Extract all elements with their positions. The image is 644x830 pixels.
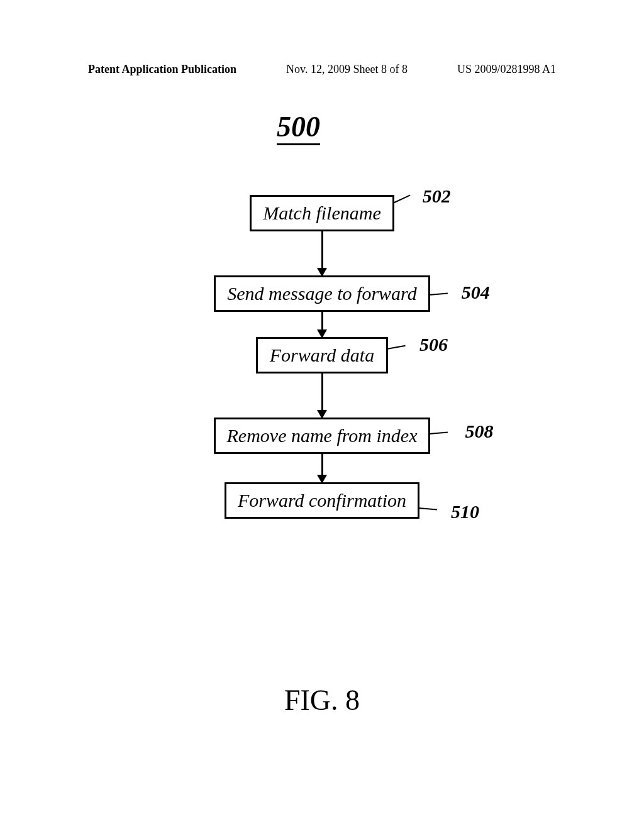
lead-line (418, 507, 437, 511)
flow-ref: 510 (451, 501, 479, 523)
flow-box: Send message to forward (214, 275, 430, 312)
flow-node-504: Send message to forward 504 (214, 275, 430, 312)
header-publication: Patent Application Publication (88, 63, 236, 76)
flow-arrow (321, 454, 323, 482)
flow-box: Forward confirmation (225, 482, 419, 519)
lead-line (429, 431, 448, 434)
flow-arrow (321, 231, 323, 275)
page-header: Patent Application Publication Nov. 12, … (0, 63, 644, 76)
flow-arrow (321, 374, 323, 418)
flow-ref: 504 (462, 282, 490, 303)
flow-ref: 502 (423, 185, 451, 207)
lead-line (392, 194, 410, 203)
header-patent-number: US 2009/0281998 A1 (457, 63, 556, 76)
flow-node-508: Remove name from index 508 (214, 418, 431, 454)
diagram-overall-ref: 500 (277, 110, 320, 145)
lead-line (387, 345, 406, 350)
header-date-sheet: Nov. 12, 2009 Sheet 8 of 8 (286, 63, 408, 76)
lead-line (429, 292, 448, 296)
flow-box: Match filename (250, 195, 394, 231)
flow-ref: 508 (465, 421, 493, 442)
flow-box: Remove name from index (214, 418, 431, 454)
flow-node-502: Match filename 502 (250, 195, 394, 231)
flow-box: Forward data (256, 337, 388, 374)
flow-node-510: Forward confirmation 510 (225, 482, 419, 519)
figure-label: FIG. 8 (0, 683, 644, 717)
flowchart: Match filename 502 Send message to forwa… (0, 195, 644, 519)
flow-node-506: Forward data 506 (256, 337, 388, 374)
flow-arrow (321, 312, 323, 337)
flow-ref: 506 (419, 334, 448, 355)
